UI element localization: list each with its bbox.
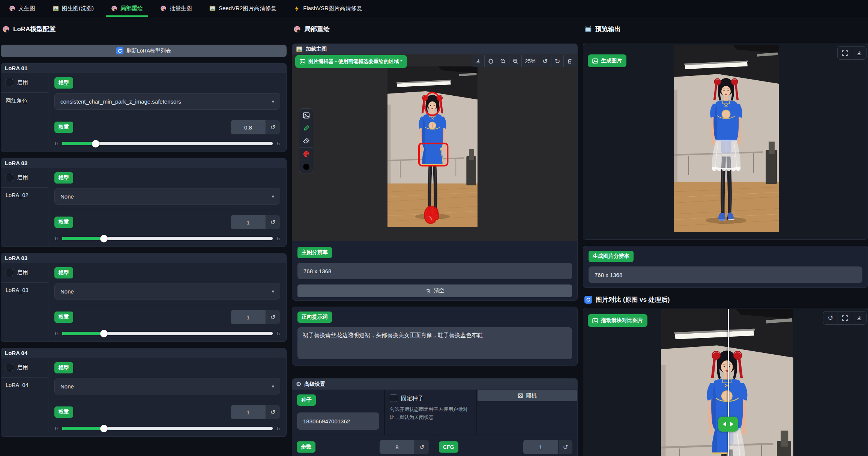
reset-icon[interactable]: ↺	[266, 215, 280, 229]
seed-badge: 种子	[297, 394, 316, 406]
source-resolution-value[interactable]: 768 x 1368	[297, 263, 572, 279]
enable-label: 启用	[17, 269, 28, 276]
weight-slider: 0 5	[54, 331, 280, 336]
reset-icon[interactable]: ↺	[266, 310, 280, 324]
tab-inpaint[interactable]: 局部重绘	[110, 0, 144, 17]
lora-model-dropdown[interactable]: None ▾	[54, 378, 280, 394]
generated-resolution-value[interactable]: 768 x 1368	[589, 266, 862, 283]
dice-icon: ⚄	[518, 392, 523, 399]
undo-icon[interactable]: ↺	[539, 55, 551, 67]
editor-photo[interactable]	[387, 66, 478, 227]
reset-icon[interactable]: ↺	[266, 405, 280, 419]
model-badge: 模型	[54, 172, 73, 184]
positive-prompt-badge: 正向提示词	[297, 312, 332, 323]
brush-color-swatch[interactable]	[299, 160, 313, 173]
fixed-seed-checkbox[interactable]	[390, 394, 397, 402]
image-editor-canvas[interactable]: 图片编辑器 - 使用画笔框选要重绘的区域 * 25% ↺ ↻	[292, 54, 577, 241]
random-seed-button[interactable]: ⚄ 随机	[478, 390, 577, 401]
lora-model-dropdown[interactable]: None ▾	[54, 283, 280, 299]
slider-thumb[interactable]	[100, 330, 108, 337]
generated-image-panel: 生成图片	[583, 43, 868, 240]
lora-card-1: LoRA 01 启用 网红角色 模型 consistent_char_min_p…	[1, 63, 287, 152]
slider-thumb[interactable]	[92, 140, 99, 147]
download-icon[interactable]	[472, 55, 484, 67]
reset-icon[interactable]: ↺	[414, 440, 429, 454]
fixed-seed-label: 固定种子	[401, 395, 423, 402]
tab-label: FlashVSR图片高清修复	[303, 5, 362, 12]
image-icon	[592, 58, 598, 64]
download-icon[interactable]	[852, 47, 866, 59]
pan-hand-icon[interactable]	[484, 55, 497, 67]
preview-title: 预览输出	[583, 17, 868, 39]
inpaint-title: 局部重绘	[292, 17, 578, 39]
generated-image-badge: 生成图片	[588, 54, 626, 67]
zoom-in-icon[interactable]	[509, 55, 521, 67]
lora-card-4: LoRA 04 启用 LoRA_04 模型 None ▾ 权重	[1, 348, 287, 437]
reset-view-icon[interactable]: ↺	[823, 312, 838, 324]
tab-batch[interactable]: 批量生图	[159, 0, 193, 17]
weight-slider: 0 5	[54, 426, 280, 431]
arrow-left-icon	[723, 421, 726, 427]
cfg-number-input: 1 ↺	[523, 439, 573, 454]
reset-icon[interactable]: ↺	[266, 120, 280, 134]
lora-card-2: LoRA 02 启用 LoRA_02 模型 None ▾ 权重	[1, 158, 287, 247]
weight-number-input: 1 ↺	[230, 310, 280, 325]
tab-seedvr2[interactable]: SeedVR2图片高清修复	[209, 0, 277, 17]
positive-prompt-input[interactable]: 裙子替换蕾丝花边透明短裙，头部替换美女正面肖像，鞋子替换蓝色布鞋	[297, 327, 572, 359]
palette-icon	[2, 26, 10, 33]
fixed-seed-hint: 勾选开启状态固定种子方便用户做对比，默认为关闭状态	[390, 406, 472, 421]
tab-flashvsr[interactable]: FlashVSR图片高清修复	[293, 0, 363, 17]
enable-label: 启用	[17, 364, 28, 371]
enable-label: 启用	[17, 79, 28, 86]
eraser-icon[interactable]	[299, 134, 313, 147]
refresh-lora-list-button[interactable]: 刷新LoRA模型列表	[1, 45, 287, 57]
redo-icon[interactable]: ↻	[551, 55, 563, 67]
reset-icon[interactable]: ↺	[558, 440, 572, 454]
tab-img2img[interactable]: 图生图(洗图)	[52, 0, 95, 17]
weight-slider: 0 5	[54, 141, 280, 146]
lora-model-dropdown[interactable]: consistent_char_min_park_z_image.safeten…	[54, 93, 280, 110]
fullscreen-icon[interactable]	[838, 312, 852, 324]
slider-thumb[interactable]	[100, 425, 108, 432]
picture-icon	[296, 46, 303, 53]
weight-badge: 权重	[54, 406, 73, 418]
picture-icon	[209, 5, 216, 12]
zoom-level-label[interactable]: 25%	[521, 55, 539, 67]
tab-label: 批量生图	[170, 5, 192, 12]
lora-card-header: LoRA 04	[1, 348, 286, 358]
compare-slider-handle[interactable]	[718, 417, 738, 432]
lora-enable-checkbox[interactable]	[6, 174, 13, 181]
lora-card-3: LoRA 03 启用 LoRA_03 模型 None ▾ 权重	[1, 253, 287, 342]
slider-thumb[interactable]	[100, 235, 108, 242]
palette-icon	[9, 5, 15, 12]
lora-enable-checkbox[interactable]	[6, 364, 13, 371]
fullscreen-icon[interactable]	[838, 47, 852, 59]
compare-divider[interactable]	[728, 309, 729, 456]
brush-icon[interactable]	[299, 122, 313, 134]
lora-name-label: LoRA_03	[1, 283, 48, 298]
clear-button[interactable]: 清空	[297, 284, 572, 297]
generated-image	[674, 45, 779, 232]
lora-name-label: 网红角色	[1, 93, 48, 109]
trash-icon[interactable]	[563, 55, 576, 67]
tab-txt2img[interactable]: 文生图	[8, 0, 36, 17]
palette-icon	[111, 5, 117, 12]
layer-image-icon[interactable]	[299, 109, 313, 122]
lora-enable-checkbox[interactable]	[6, 269, 13, 276]
image-icon	[300, 59, 305, 65]
tab-label: 文生图	[18, 5, 35, 12]
lora-model-dropdown[interactable]: None ▾	[54, 188, 280, 205]
download-icon[interactable]	[852, 312, 866, 324]
trash-icon	[425, 288, 431, 294]
lora-enable-checkbox[interactable]	[6, 79, 13, 86]
compare-image-actions: ↺	[823, 311, 866, 325]
color-palette-icon[interactable]	[299, 147, 313, 160]
lora-name-label: LoRA_02	[1, 188, 48, 203]
advanced-settings-header: ⚙ 高级设置	[292, 379, 577, 390]
compare-image[interactable]	[661, 309, 793, 456]
seed-input[interactable]: 183066947001362	[297, 412, 379, 430]
zoom-out-icon[interactable]	[497, 55, 509, 67]
inpaint-column: 局部重绘 加载主图 图片编辑器 - 使用画笔框选要重绘的区域 *	[292, 17, 578, 456]
lora-card-header: LoRA 01	[1, 63, 286, 73]
steps-number-input: 8 ↺	[379, 439, 429, 454]
